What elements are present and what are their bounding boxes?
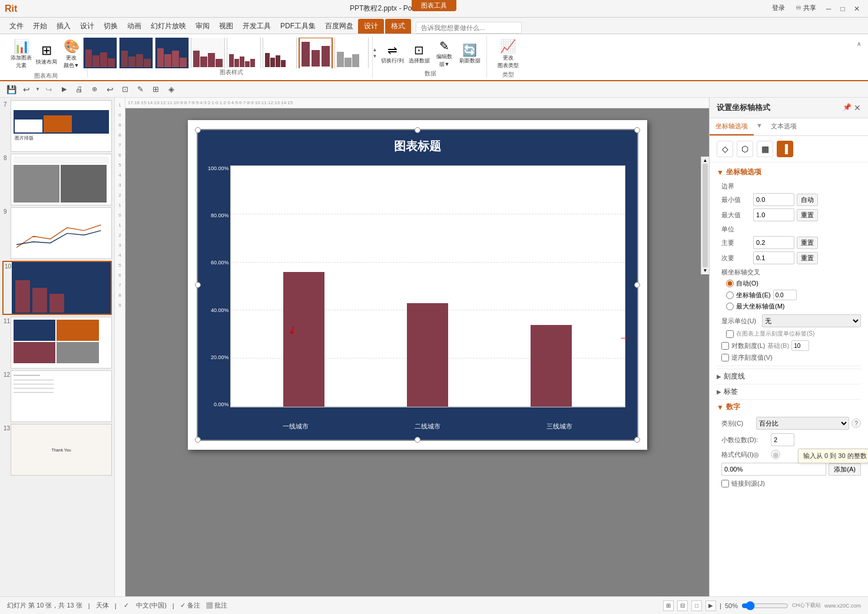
change-chart-type-btn[interactable]: 📈 更改图表类型 (494, 38, 522, 71)
qat-extra2[interactable]: ✎ (134, 83, 147, 96)
reading-view-btn[interactable]: □ (691, 600, 702, 611)
ribbon-collapse-btn[interactable]: ∧ (854, 39, 863, 48)
qat-extra4[interactable]: ◈ (165, 83, 178, 96)
labels-section[interactable]: ▶ 标签 (717, 384, 861, 399)
category-info-icon[interactable]: ? (852, 419, 861, 428)
presentation-view-btn[interactable]: ▶ (705, 600, 716, 611)
format-value-input[interactable] (721, 463, 826, 476)
slide-sorter-btn[interactable]: ⊟ (677, 600, 688, 611)
display-unit-select[interactable]: 无 (762, 314, 861, 327)
minor-value-input[interactable] (753, 251, 794, 264)
tab-pdf[interactable]: PDF工具集 (276, 19, 320, 34)
quick-layout-btn[interactable]: ⊞ 快速布局 (35, 42, 58, 67)
slide-thumb-8[interactable]: 8 (2, 154, 112, 205)
chart-object[interactable]: 图表标题 (197, 129, 638, 441)
tick-marks-section[interactable]: ▶ 刻度线 (717, 369, 861, 384)
panel-tab-text[interactable]: 文本选项 (765, 118, 803, 135)
tab-developer[interactable]: 开发工具 (238, 19, 276, 34)
chart-style-active[interactable] (299, 38, 333, 68)
slide-thumb-10[interactable]: 10 (2, 261, 112, 315)
reverse-scale-cb[interactable] (721, 354, 729, 361)
close-btn[interactable]: ✕ (850, 2, 863, 15)
tab-chart-design[interactable]: 设计 (358, 19, 384, 34)
log-scale-cb[interactable] (721, 342, 729, 350)
share-btn[interactable]: ♾ 共享 (791, 2, 821, 15)
panel-close-btn[interactable]: ✕ (854, 103, 861, 112)
search-input[interactable] (416, 22, 522, 34)
chart-style-4[interactable] (191, 38, 225, 68)
tab-baidu[interactable]: 百度网盘 (320, 19, 358, 34)
slide-thumb-11[interactable]: 11 (2, 317, 112, 369)
redo-btn[interactable]: ↪ (42, 83, 55, 96)
panel-icon-shape[interactable]: ◇ (717, 141, 733, 157)
tab-chart-format[interactable]: 格式 (385, 19, 411, 34)
category-select[interactable]: 百分比 (756, 417, 849, 430)
tab-transition[interactable]: 切换 (99, 19, 122, 34)
login-btn[interactable]: 登录 (767, 2, 790, 15)
chart-plot-area[interactable] (230, 165, 625, 407)
max-reset-btn[interactable]: 重置 (797, 209, 818, 221)
select-data-btn[interactable]: ⊡ 选择数据 (408, 42, 431, 66)
save-qat-btn[interactable]: 💾 (5, 83, 18, 96)
tab-slideshow[interactable]: 幻灯片放映 (146, 19, 191, 34)
bar-3[interactable] (531, 325, 572, 407)
tab-file[interactable]: 文件 (5, 19, 28, 34)
panel-tab-axis[interactable]: 坐标轴选项 (710, 118, 754, 135)
qat-extra3[interactable]: ⊞ (150, 83, 163, 96)
bar-2[interactable] (407, 303, 448, 407)
comments-btn[interactable]: ▦ 批注 (206, 601, 227, 610)
major-value-input[interactable] (753, 236, 794, 249)
notes-btn[interactable]: ✓ 备注 (180, 601, 200, 610)
add-element-btn[interactable]: 📊 添加图表元素 (9, 38, 33, 71)
tab-view[interactable]: 视图 (214, 19, 238, 34)
customize-qat-btn[interactable]: ⊕ (88, 83, 101, 96)
slide-thumb-12[interactable]: 12 ───────── ──────────────── ──────────… (2, 370, 112, 422)
chart-title[interactable]: 图表标题 (198, 130, 637, 162)
minimize-btn[interactable]: ─ (822, 2, 835, 15)
chart-style-3[interactable] (155, 38, 189, 68)
change-color-btn[interactable]: 🎨 更改颜色▼ (60, 38, 82, 71)
add-format-btn[interactable]: 添加(A) (829, 463, 861, 476)
panel-icon-grid[interactable]: ▦ (757, 141, 773, 157)
show-on-chart-cb[interactable] (726, 330, 734, 338)
chart-style-1[interactable] (83, 38, 117, 68)
minor-reset-btn[interactable]: 重置 (797, 252, 818, 264)
edit-data-btn[interactable]: ✎ 编辑数据▼ (433, 38, 456, 69)
undo-btn[interactable]: ↩ (20, 83, 33, 96)
print-btn[interactable]: 🖨 (73, 83, 86, 96)
slide-canvas[interactable]: 图表标题 (188, 120, 647, 450)
panel-icon-pentagon[interactable]: ⬡ (737, 141, 753, 157)
undo-dropdown-btn[interactable]: ▼ (35, 87, 40, 92)
min-value-input[interactable] (753, 193, 794, 206)
undo2-btn[interactable]: ↩ (104, 83, 117, 96)
normal-view-btn[interactable]: ⊞ (663, 600, 674, 611)
cross-max-radio[interactable] (726, 303, 734, 310)
major-reset-btn[interactable]: 重置 (797, 237, 818, 249)
link-source-cb[interactable] (721, 480, 729, 487)
qat-extra1[interactable]: ⊡ (119, 83, 132, 96)
cross-axis-radio[interactable] (726, 291, 734, 299)
axis-options-header[interactable]: ▼ 坐标轴选项 (717, 167, 861, 177)
number-header[interactable]: ▼ 数字 (717, 402, 861, 412)
slide-thumb-13[interactable]: 13 Thank You (2, 424, 112, 476)
cross-auto-radio[interactable] (726, 280, 734, 287)
tab-insert[interactable]: 插入 (52, 19, 75, 34)
tab-home[interactable]: 开始 (28, 19, 52, 34)
slide-thumb-7[interactable]: 7 图片排版 (2, 100, 112, 152)
switch-row-col-btn[interactable]: ⇌ 切换行/列 (380, 42, 405, 66)
zoom-slider[interactable] (741, 602, 789, 610)
panel-icon-chart[interactable]: ▐ (777, 141, 793, 157)
chart-style-5[interactable] (227, 38, 261, 68)
canvas-scroll-y[interactable]: ▲ ▼ (701, 157, 709, 274)
chart-style-8[interactable] (334, 38, 369, 68)
tab-design[interactable]: 设计 (75, 19, 99, 34)
tab-animation[interactable]: 动画 (122, 19, 146, 34)
bar-1[interactable] (283, 272, 324, 407)
min-auto-btn[interactable]: 自动 (797, 194, 818, 206)
max-value-input[interactable] (753, 208, 794, 221)
base-value-input[interactable] (791, 340, 809, 351)
restore-btn[interactable]: □ (836, 2, 849, 15)
refresh-data-btn[interactable]: 🔄 刷新数据 (458, 42, 482, 66)
format-code-info-icon[interactable]: ◎ (771, 450, 780, 459)
panel-pin-btn[interactable]: 📌 (843, 103, 852, 112)
